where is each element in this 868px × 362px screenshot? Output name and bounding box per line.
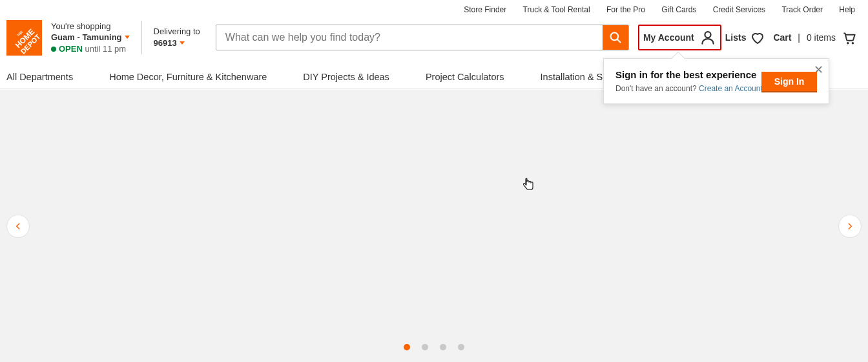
cart-divider: | <box>795 32 802 43</box>
carousel-next[interactable] <box>838 215 862 238</box>
link-store-finder[interactable]: Store Finder <box>464 5 506 14</box>
carousel-prev[interactable] <box>6 215 30 238</box>
header: THE HOME DEPOT You're shopping Guam - Ta… <box>6 18 862 57</box>
store-hours: OPEN until 11 pm <box>51 43 130 55</box>
hero-carousel <box>0 90 868 362</box>
svg-point-8 <box>852 42 854 44</box>
my-account-label: My Account <box>643 32 694 43</box>
link-gift-cards[interactable]: Gift Cards <box>661 5 696 14</box>
chevron-left-icon <box>14 222 23 231</box>
search-bar <box>216 25 629 50</box>
my-account-button[interactable]: My Account <box>638 25 721 50</box>
cart-label: Cart <box>773 32 791 43</box>
utility-nav: Store Finder Truck & Tool Rental For the… <box>450 5 855 14</box>
signin-button[interactable]: Sign In <box>761 72 817 92</box>
nav-home-decor[interactable]: Home Decor, Furniture & Kitchenware <box>109 72 267 82</box>
deliver-zip-dropdown[interactable]: 96913 <box>154 37 185 49</box>
svg-line-5 <box>617 39 620 43</box>
svg-point-7 <box>847 42 849 44</box>
signin-popover: ✕ Sign in for the best experience Don't … <box>603 58 829 104</box>
store-name-dropdown[interactable]: Guam - Tamuning <box>51 32 130 43</box>
nav-diy[interactable]: DIY Projects & Ideas <box>303 72 389 82</box>
delivery-info: Delivering to 96913 <box>154 26 200 48</box>
link-help[interactable]: Help <box>839 5 855 14</box>
store-label: You're shopping <box>51 21 130 32</box>
link-truck-rental[interactable]: Truck & Tool Rental <box>523 5 590 14</box>
carousel-dot-4[interactable] <box>458 344 464 350</box>
carousel-dot-1[interactable] <box>404 344 410 350</box>
lists-button[interactable]: Lists <box>721 25 770 50</box>
store-info: You're shopping Guam - Tamuning OPEN unt… <box>51 21 142 55</box>
user-icon <box>699 29 716 46</box>
cart-icon <box>841 29 858 46</box>
create-account-link[interactable]: Create an Account <box>699 84 763 93</box>
cart-button[interactable]: Cart | 0 items <box>769 25 862 50</box>
link-credit-services[interactable]: Credit Services <box>713 5 765 14</box>
carousel-dot-2[interactable] <box>422 344 428 350</box>
search-input[interactable] <box>216 25 603 50</box>
account-block: My Account Lists Cart | 0 items <box>638 25 862 50</box>
search-button[interactable] <box>603 25 628 50</box>
store-name-text: Guam - Tamuning <box>51 32 122 43</box>
store-open-until: until 11 pm <box>83 44 126 54</box>
nav-calculators[interactable]: Project Calculators <box>426 72 504 82</box>
svg-point-6 <box>705 32 710 37</box>
link-track-order[interactable]: Track Order <box>781 5 823 14</box>
link-for-the-pro[interactable]: For the Pro <box>606 5 645 14</box>
nav-all-departments[interactable]: All Departments <box>6 72 73 82</box>
search-icon <box>609 31 622 44</box>
open-status-dot-icon <box>51 47 56 52</box>
deliver-zip-text: 96913 <box>154 37 177 49</box>
carousel-dots <box>404 344 464 350</box>
chevron-down-icon <box>125 36 130 39</box>
signin-sub-prefix: Don't have an account? <box>615 84 699 93</box>
heart-icon <box>750 30 765 45</box>
cart-count: 0 items <box>807 32 836 43</box>
chevron-right-icon <box>845 222 854 231</box>
lists-label: Lists <box>725 32 747 43</box>
store-open-label: OPEN <box>59 44 83 54</box>
chevron-down-icon <box>180 41 185 45</box>
deliver-label: Delivering to <box>154 26 200 37</box>
carousel-dot-3[interactable] <box>440 344 446 350</box>
logo[interactable]: THE HOME DEPOT <box>6 20 42 56</box>
